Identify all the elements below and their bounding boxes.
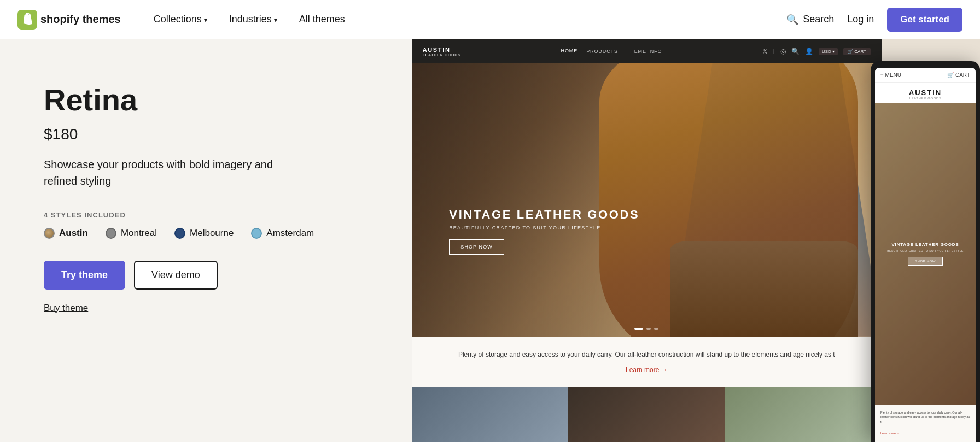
mobile-content: Plenty of storage and easy access to you… [875,405,976,442]
style-dot-montreal [106,228,116,239]
style-montreal[interactable]: Montreal [106,228,157,239]
mobile-hero-subtitle: BEAUTIFULLY CRAFTED TO SUIT YOUR LIFESTY… [887,249,963,252]
mobile-nav: ≡ MENU 🛒 CART [875,68,976,83]
style-dot-amsterdam [251,228,262,239]
hero-overlay: VINTAGE LEATHER GOODS BEAUTIFULLY CRAFTE… [449,208,639,255]
hero-title: VINTAGE LEATHER GOODS [449,208,639,222]
desktop-preview: AUSTIN LEATHER GOODS HOME PRODUCTS THEME… [412,39,882,442]
mobile-content-text: Plenty of storage and easy access to you… [880,410,970,425]
left-panel: Retina $180 Showcase your products with … [0,39,412,442]
mobile-menu-icon: ≡ MENU [880,72,901,78]
theme-social-icon-1: 𝕏 [762,48,768,55]
theme-preview: AUSTIN LEATHER GOODS HOME PRODUCTS THEME… [412,39,980,442]
navbar: shopify themes Collections ▾ Industries … [0,0,980,39]
learn-more-link[interactable]: Learn more → [626,366,668,374]
theme-currency: USD ▾ [819,48,838,55]
mobile-hero-overlay: VINTAGE LEATHER GOODS BEAUTIFULLY CRAFTE… [875,103,976,405]
mobile-hero-title: VINTAGE LEATHER GOODS [891,242,959,247]
theme-nav-theme-info: THEME INFO [627,49,662,54]
cta-buttons: Try theme View demo [44,261,379,290]
theme-price: $180 [44,126,379,143]
nav-links: Collections ▾ Industries ▾ All themes [143,0,786,39]
thumb-2 [568,387,725,442]
mobile-hero-cta[interactable]: SHOP NOW [908,257,943,266]
collections-chevron-icon: ▾ [204,16,207,24]
search-icon: 🔍 [786,14,798,26]
thumbnail-strip [412,387,882,442]
get-started-button[interactable]: Get started [887,8,962,32]
theme-cart-icon: 🛒 CART [843,48,871,55]
style-melbourne[interactable]: Melbourne [174,228,234,239]
content-section: Plenty of storage and easy access to you… [412,337,882,387]
theme-brand: AUSTIN LEATHER GOODS [423,46,461,57]
industries-chevron-icon: ▾ [274,16,277,24]
thumb-1 [412,387,568,442]
shopify-logo-icon [18,10,37,30]
content-text: Plenty of storage and easy access to you… [423,350,871,360]
theme-social-icon-3: ◎ [780,48,786,55]
buy-theme-link[interactable]: Buy theme [44,303,379,314]
search-button[interactable]: 🔍 Search [786,14,834,26]
mobile-brand: AUSTIN LEATHER GOODS [875,83,976,103]
boots-silhouette [670,241,858,337]
main-content: Retina $180 Showcase your products with … [0,39,980,442]
mobile-hero: VINTAGE LEATHER GOODS BEAUTIFULLY CRAFTE… [875,103,976,405]
hero-dot-3 [654,328,658,330]
hero-cta-button[interactable]: SHOP NOW [449,239,504,255]
try-theme-button[interactable]: Try theme [44,261,125,290]
nav-right: 🔍 Search Log in Get started [786,8,962,32]
hero-dots [634,328,658,330]
login-button[interactable]: Log in [847,14,874,25]
styles-list: Austin Montreal Melbourne Amsterdam [44,228,379,239]
theme-user-icon: 👤 [805,48,813,55]
view-demo-button[interactable]: View demo [134,261,218,290]
nav-link-collections[interactable]: Collections ▾ [143,0,218,39]
style-amsterdam[interactable]: Amsterdam [251,228,314,239]
nav-link-industries[interactable]: Industries ▾ [218,0,288,39]
thumb-3 [725,387,882,442]
mobile-learn-more[interactable]: Learn more → [880,432,900,435]
theme-description: Showcase your products with bold imagery… [44,156,284,189]
theme-nav-home: HOME [561,48,578,55]
theme-nav-products: PRODUCTS [586,49,618,54]
theme-browser-nav: AUSTIN LEATHER GOODS HOME PRODUCTS THEME… [412,39,882,63]
theme-social-icon-2: f [773,48,775,55]
nav-link-all-themes[interactable]: All themes [288,0,356,39]
style-dot-melbourne [174,228,185,239]
mobile-inner: ≡ MENU 🛒 CART AUSTIN LEATHER GOODS VINTA… [875,68,976,442]
style-austin[interactable]: Austin [44,228,88,239]
theme-title: Retina [44,83,379,117]
style-dot-austin [44,228,55,239]
right-panel: AUSTIN LEATHER GOODS HOME PRODUCTS THEME… [412,39,980,442]
styles-label: 4 STYLES INCLUDED [44,211,379,219]
hero-subtitle: BEAUTIFULLY CRAFTED TO SUIT YOUR LIFESTY… [449,225,639,231]
theme-search-icon: 🔍 [791,48,800,55]
hero-dot-2 [646,328,651,330]
hero-image: VINTAGE LEATHER GOODS BEAUTIFULLY CRAFTE… [412,63,882,337]
theme-nav-links: HOME PRODUCTS THEME INFO [561,48,662,55]
theme-nav-icons: 𝕏 f ◎ 🔍 👤 USD ▾ 🛒 CART [762,48,871,55]
hero-dot-1 [634,328,643,330]
mobile-preview: ≡ MENU 🛒 CART AUSTIN LEATHER GOODS VINTA… [871,61,980,442]
nav-logo[interactable]: shopify themes [18,10,121,30]
mobile-cart-icon: 🛒 CART [947,72,970,78]
